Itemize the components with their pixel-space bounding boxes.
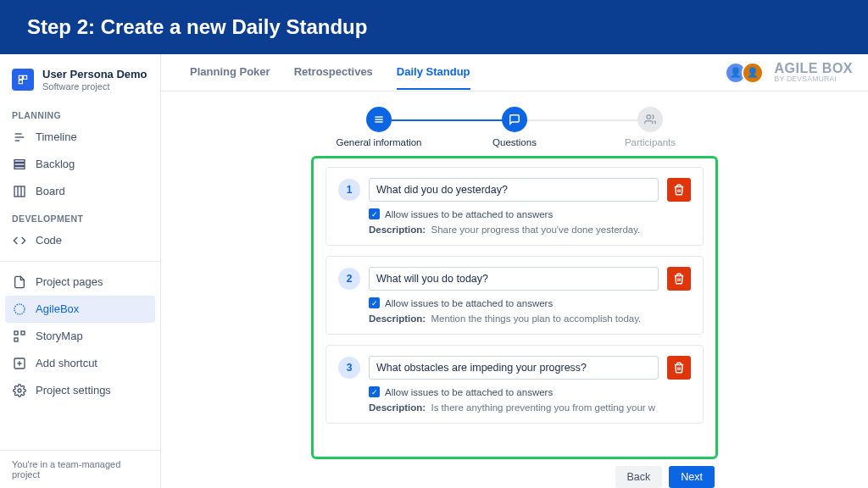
- timeline-icon: [12, 130, 27, 145]
- question-description: Description: Share your progress that yo…: [369, 225, 691, 235]
- section-planning-label: PLANNING: [0, 102, 160, 124]
- allow-issues-checkbox[interactable]: ✓: [369, 386, 380, 397]
- gear-icon: [12, 383, 27, 398]
- nav-label: Project settings: [36, 384, 111, 396]
- svg-point-19: [18, 389, 21, 392]
- svg-point-23: [647, 115, 651, 119]
- tab-daily-standup[interactable]: Daily Standup: [397, 55, 470, 90]
- back-button[interactable]: Back: [615, 466, 663, 488]
- question-description: Description: Is there anything preventin…: [369, 402, 691, 413]
- sidebar-item-timeline[interactable]: Timeline: [0, 124, 160, 151]
- nav-label: Backlog: [36, 158, 75, 170]
- nav-label: Code: [36, 234, 62, 247]
- nav-label: Board: [36, 185, 65, 197]
- code-icon: [12, 233, 27, 248]
- brand-name: AGILE BOX: [774, 62, 853, 75]
- nav-label: Timeline: [36, 130, 77, 143]
- divider: [0, 261, 160, 262]
- brand-sub: BY DEVSAMURAI: [774, 75, 853, 83]
- question-number: 2: [338, 268, 360, 290]
- question-text-input[interactable]: [369, 356, 659, 380]
- topbar: Planning Poker Retrospectives Daily Stan…: [161, 54, 868, 92]
- question-number: 3: [338, 357, 360, 379]
- add-shortcut-icon: [12, 356, 27, 371]
- svg-rect-9: [14, 186, 25, 197]
- sidebar: User Persona Demo Software project PLANN…: [0, 54, 161, 488]
- allow-issues-checkbox[interactable]: ✓: [369, 208, 380, 219]
- question-text-input[interactable]: [369, 178, 659, 202]
- sidebar-item-project-pages[interactable]: Project pages: [0, 269, 160, 296]
- project-name: User Persona Demo: [42, 68, 147, 81]
- pages-icon: [12, 274, 27, 290]
- delete-button[interactable]: [667, 178, 691, 202]
- question-description: Description: Mention the things you plan…: [369, 313, 691, 324]
- sidebar-item-add-shortcut[interactable]: Add shortcut: [0, 350, 160, 377]
- question-card: 1 ✓ Allow issues to be attached to answe…: [326, 167, 704, 246]
- question-card: 2 ✓ Allow issues to be attached to answe…: [326, 256, 704, 335]
- avatar: 👤: [742, 62, 764, 84]
- wizard-steps: General information Questions Participan…: [161, 92, 868, 156]
- questions-panel: 1 ✓ Allow issues to be attached to answe…: [311, 156, 718, 488]
- main: Planning Poker Retrospectives Daily Stan…: [161, 54, 868, 488]
- questions-highlighted-box: 1 ✓ Allow issues to be attached to answe…: [311, 156, 718, 459]
- board-icon: [12, 184, 27, 199]
- delete-button[interactable]: [667, 356, 691, 380]
- svg-rect-6: [14, 159, 25, 162]
- nav-label: StoryMap: [36, 330, 83, 342]
- sidebar-item-board[interactable]: Board: [0, 178, 160, 205]
- svg-rect-13: [14, 331, 18, 335]
- step-participants[interactable]: Participants: [582, 107, 718, 147]
- sidebar-item-backlog[interactable]: Backlog: [0, 151, 160, 178]
- allow-issues-label: Allow issues to be attached to answers: [385, 387, 553, 397]
- nav-label: AgileBox: [36, 302, 79, 315]
- sidebar-footer: You're in a team-managed project: [0, 450, 160, 488]
- step-general[interactable]: General information: [311, 107, 447, 147]
- svg-rect-15: [14, 338, 18, 341]
- svg-rect-0: [19, 75, 22, 79]
- sidebar-item-project-settings[interactable]: Project settings: [0, 377, 160, 404]
- sidebar-item-code[interactable]: Code: [0, 227, 160, 254]
- backlog-icon: [12, 157, 27, 172]
- step-label: Questions: [492, 137, 537, 147]
- tab-retrospectives[interactable]: Retrospectives: [294, 55, 373, 90]
- svg-rect-2: [19, 80, 22, 83]
- delete-button[interactable]: [667, 267, 691, 291]
- nav-label: Project pages: [36, 275, 103, 288]
- project-header[interactable]: User Persona Demo Software project: [0, 63, 160, 102]
- tutorial-banner: Step 2: Create a new Daily Standup: [0, 0, 868, 54]
- tab-planning-poker[interactable]: Planning Poker: [190, 55, 270, 90]
- step-label: General information: [337, 137, 422, 147]
- chat-icon: [502, 107, 527, 132]
- allow-issues-label: Allow issues to be attached to answers: [385, 298, 553, 308]
- question-card: 3 ✓ Allow issues to be attached to answe…: [326, 345, 704, 424]
- users-icon: [637, 107, 663, 132]
- svg-rect-7: [14, 163, 25, 165]
- svg-rect-8: [14, 166, 25, 169]
- svg-rect-14: [21, 331, 25, 335]
- next-button[interactable]: Next: [669, 466, 715, 488]
- question-number: 1: [338, 179, 360, 201]
- brand-logo: AGILE BOX BY DEVSAMURAI: [774, 62, 853, 83]
- section-dev-label: DEVELOPMENT: [0, 205, 160, 227]
- svg-point-12: [14, 304, 25, 314]
- sidebar-item-storymap[interactable]: StoryMap: [0, 323, 160, 350]
- wizard-footer: Back Next: [311, 459, 718, 488]
- participant-avatars[interactable]: 👤 👤: [730, 62, 764, 84]
- agilebox-icon: [12, 302, 27, 317]
- question-text-input[interactable]: [369, 267, 659, 291]
- allow-issues-checkbox[interactable]: ✓: [369, 297, 380, 308]
- allow-issues-label: Allow issues to be attached to answers: [385, 209, 553, 219]
- nav-label: Add shortcut: [36, 357, 97, 369]
- tabs: Planning Poker Retrospectives Daily Stan…: [190, 55, 470, 90]
- list-icon: [366, 107, 392, 132]
- storymap-icon: [12, 329, 27, 344]
- sidebar-item-agilebox[interactable]: AgileBox: [5, 296, 155, 323]
- step-questions[interactable]: Questions: [447, 107, 582, 147]
- step-label: Participants: [625, 137, 676, 147]
- project-icon: [12, 69, 34, 91]
- svg-rect-1: [24, 75, 27, 79]
- project-type: Software project: [42, 81, 147, 92]
- banner-title: Step 2: Create a new Daily Standup: [27, 15, 841, 39]
